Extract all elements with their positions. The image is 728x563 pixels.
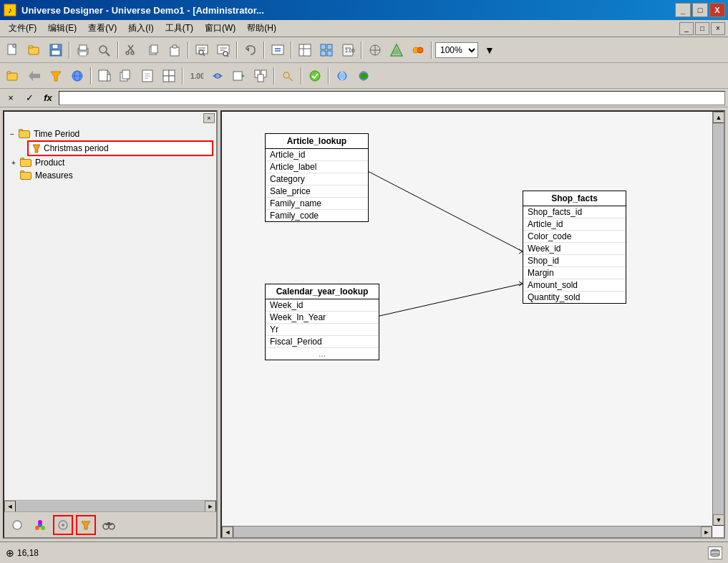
filter-button[interactable] [76,515,96,535]
something1-button[interactable] [365,40,385,60]
maximize-button[interactable]: □ [692,3,708,17]
table-shop-facts[interactable]: Shop_facts Shop_facts_id Article_id Colo… [523,191,626,304]
paste-button[interactable] [165,40,185,60]
menu-maximize-button[interactable]: □ [695,22,709,35]
menu-close-button[interactable]: × [711,22,725,35]
scroll-track-v [713,123,724,514]
tb2-num[interactable]: 1.00 [186,66,206,86]
menu-window[interactable]: 窗口(W) [199,21,241,36]
calc-button[interactable]: 1.00 [338,40,358,60]
scroll-canvas-left-arrow[interactable]: ◄ [222,526,233,538]
tree-label-measures: Measures [35,170,73,181]
svg-text:1.00: 1.00 [190,72,203,80]
svg-rect-75 [233,72,242,80]
target-button[interactable] [53,515,73,535]
tb2-newdoc[interactable] [94,66,115,86]
svg-line-104 [364,284,523,319]
zoom-select[interactable]: 100% 75% 150% [435,42,478,58]
sep2-4 [301,67,302,85]
menu-help[interactable]: 帮助(H) [241,21,282,36]
menu-view[interactable]: 查看(V) [82,21,122,36]
field-margin: Margin [523,267,626,279]
menu-minimize-button[interactable]: _ [679,22,694,35]
formula-input[interactable] [59,91,725,105]
svg-rect-32 [272,45,283,54]
expand-icon-time-period[interactable]: − [7,129,17,139]
grid-button[interactable] [316,40,336,60]
scroll-track-h [16,501,205,511]
table-header-shop-facts: Shop_facts [523,191,626,206]
tb2-insert[interactable] [116,66,136,86]
open-button[interactable] [24,40,44,60]
menu-tools[interactable]: 工具(T) [160,21,199,36]
sep2-2 [182,67,183,85]
something2-button[interactable] [387,40,407,60]
canvas-scroll-h: ◄ ► [222,526,712,537]
tb2-multi[interactable] [251,66,271,86]
copy-button[interactable] [143,40,163,60]
expand-icon-product[interactable]: + [9,158,19,168]
title-bar: ♪ Universe Designer - Universe Demo1 - [… [0,0,728,20]
scroll-canvas-right-arrow[interactable]: ► [701,526,712,538]
tb2-back[interactable] [24,66,44,86]
svg-point-94 [62,524,64,526]
undo-button[interactable] [241,40,261,60]
formula-check[interactable]: ✓ [21,91,37,105]
find2-button[interactable] [213,40,233,60]
tb2-folder[interactable] [3,66,23,86]
binoculars-button[interactable] [99,515,119,535]
svg-point-11 [100,46,107,53]
table-button[interactable] [295,40,315,60]
tree-item-product[interactable]: + Product [7,156,213,169]
scroll-up-arrow[interactable]: ▲ [713,112,724,123]
find-button[interactable] [192,40,212,60]
scroll-left-arrow[interactable]: ◄ [4,501,16,512]
minimize-button[interactable]: _ [675,3,691,17]
table-article-lookup[interactable]: Article_lookup Article_id Article_label … [265,133,369,222]
tb2-earth1[interactable] [332,66,352,86]
tree-item-christmas[interactable]: Christmas period [27,140,213,156]
menu-file[interactable]: 文件(F) [3,21,42,36]
menu-insert[interactable]: 插入(I) [122,21,159,36]
svg-rect-39 [327,44,332,49]
tb2-greencheck[interactable] [305,66,325,86]
menu-edit[interactable]: 编辑(E) [42,21,82,36]
scroll-right-arrow[interactable]: ► [205,501,216,512]
expand-icon-measures[interactable] [9,170,19,181]
cut-button[interactable] [122,40,142,60]
close-button[interactable]: X [709,3,725,17]
field-shop-id: Shop_id [523,255,626,267]
field-article-label: Article_label [266,161,368,173]
sep2-5 [328,67,329,85]
svg-rect-6 [52,44,58,49]
svg-text:♪: ♪ [8,6,12,14]
radio-button-1[interactable] [7,515,27,535]
sep8 [431,42,432,59]
preview-button[interactable] [94,40,115,60]
something3-button[interactable] [408,40,428,60]
formula-fx[interactable]: fx [40,91,56,105]
tb2-key[interactable] [278,66,298,86]
tb2-earth2[interactable] [354,66,374,86]
export-button[interactable] [268,40,288,60]
table-calendar-year-lookup[interactable]: Calendar_year_lookup Week_id Week_In_Yea… [265,284,379,360]
field-week-id-cy: Week_id [266,299,379,312]
tb2-filter[interactable] [46,66,66,86]
tb2-groups[interactable] [159,66,179,86]
left-panel-close[interactable]: × [203,113,215,123]
tb2-link[interactable] [208,66,228,86]
new-button[interactable] [3,40,23,60]
tb2-globe[interactable] [67,66,87,86]
save-button[interactable] [46,40,66,60]
print-button[interactable] [73,40,93,60]
sep4 [236,42,238,59]
tree-item-measures[interactable]: Measures [7,169,213,182]
formula-cross[interactable]: × [3,91,19,105]
paint-button[interactable] [30,515,50,535]
tree-item-time-period[interactable]: − Time Period [7,127,213,140]
tb2-export2[interactable] [229,66,249,86]
scroll-down-arrow[interactable]: ▼ [713,514,724,526]
zoom-dropdown[interactable]: ▼ [480,40,500,60]
svg-rect-53 [7,72,11,74]
tb2-doc[interactable] [137,66,157,86]
